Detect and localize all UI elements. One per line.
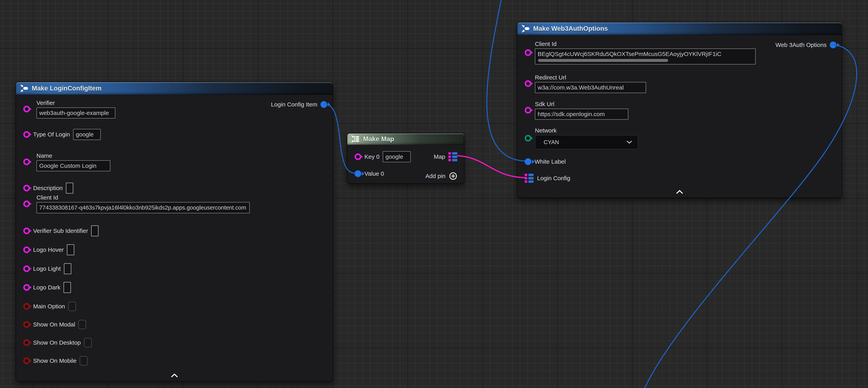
row-show-on-modal: Show On Modal xyxy=(23,319,86,330)
pin-logo-hover[interactable] xyxy=(23,246,30,253)
node-title: Make Web3AuthOptions xyxy=(533,25,608,32)
make-struct-icon xyxy=(20,84,29,93)
make-map-icon xyxy=(351,135,360,144)
key0-input[interactable]: google xyxy=(383,151,411,162)
pin-redirect-url[interactable] xyxy=(525,80,531,87)
row-output-map: Map xyxy=(434,151,458,162)
logo-hover-label: Logo Hover xyxy=(33,246,64,253)
redirect-url-input[interactable]: w3a://com.w3a.Web3AuthUnreal xyxy=(535,82,646,93)
white-label-label: White Label xyxy=(534,158,566,165)
row-network: Network CYAN xyxy=(525,127,638,149)
collapse-node-button[interactable] xyxy=(675,189,684,195)
sdk-url-input[interactable]: https://sdk.openlogin.com xyxy=(535,109,628,120)
main-option-checkbox[interactable] xyxy=(68,302,76,311)
blueprint-canvas[interactable]: { "colors":{ "canvas_bg":"#282828","grid… xyxy=(0,0,868,388)
network-label: Network xyxy=(535,127,638,134)
client-id-label: Client Id xyxy=(36,194,250,201)
row-white-label: White Label xyxy=(525,156,566,168)
value0-label: Value 0 xyxy=(365,170,384,177)
sdk-url-label: Sdk Url xyxy=(535,101,628,108)
node-make-map[interactable]: Make Map Key 0 google Value 0 Map Add pi… xyxy=(347,133,464,184)
collapse-node-button[interactable] xyxy=(170,373,179,379)
chevron-down-icon xyxy=(626,140,632,144)
show-on-modal-checkbox[interactable] xyxy=(78,320,86,329)
type-of-login-input[interactable]: google xyxy=(73,129,101,140)
row-sdk-url: Sdk Url https://sdk.openlogin.com xyxy=(525,101,628,120)
row-output-web3auth-options: Web 3Auth Options xyxy=(775,39,836,51)
description-label: Description xyxy=(33,185,63,191)
node-header-make-web3authoptions[interactable]: Make Web3AuthOptions xyxy=(517,23,842,35)
row-logo-dark: Logo Dark xyxy=(23,282,71,293)
pin-name[interactable] xyxy=(23,158,30,165)
pin-verifier[interactable] xyxy=(23,106,30,112)
pin-show-on-modal[interactable] xyxy=(23,321,30,328)
type-of-login-label: Type Of Login xyxy=(33,131,70,138)
row-description: Description xyxy=(23,182,73,194)
show-on-desktop-label: Show On Desktop xyxy=(33,339,81,346)
row-output-login-config-item: Login Config Item xyxy=(271,99,327,110)
pin-verifier-sub-identifier[interactable] xyxy=(23,228,30,234)
show-on-desktop-checkbox[interactable] xyxy=(84,338,92,348)
row-login-config: Login Config xyxy=(525,173,570,184)
row-logo-light: Logo Light xyxy=(23,263,71,274)
pin-main-option[interactable] xyxy=(23,303,30,310)
row-verifier-sub-identifier: Verifier Sub Identifier xyxy=(23,225,98,237)
pin-key0[interactable] xyxy=(354,153,361,160)
show-on-mobile-checkbox[interactable] xyxy=(80,356,88,365)
node-make-web3authoptions[interactable]: Make Web3AuthOptions Client Id BEglQSgt4… xyxy=(517,22,842,198)
logo-dark-label: Logo Dark xyxy=(33,284,60,291)
show-on-modal-label: Show On Modal xyxy=(33,321,75,328)
row-add-pin: Add pin xyxy=(425,170,458,182)
w3a-client-id-value: BEglQSgt4cUWcj6SKRdu5QkOXTsePmMcusG5EAoy… xyxy=(538,51,721,57)
main-option-label: Main Option xyxy=(33,303,65,310)
pin-w3a-client-id[interactable] xyxy=(525,49,531,56)
pin-show-on-mobile[interactable] xyxy=(23,357,30,364)
row-show-on-mobile: Show On Mobile xyxy=(23,355,88,366)
node-header-make-map[interactable]: Make Map xyxy=(347,133,464,145)
logo-hover-input[interactable] xyxy=(67,244,74,255)
pin-logo-light[interactable] xyxy=(23,265,30,272)
add-pin-button[interactable] xyxy=(448,172,458,181)
pin-logo-dark[interactable] xyxy=(23,284,30,291)
w3a-client-id-input[interactable]: BEglQSgt4cUWcj6SKRdu5QkOXTsePmMcusG5EAoy… xyxy=(535,49,756,64)
row-w3a-client-id: Client Id BEglQSgt4cUWcj6SKRdu5QkOXTsePm… xyxy=(525,40,756,64)
key0-label: Key 0 xyxy=(365,153,380,160)
network-dropdown-value: CYAN xyxy=(544,139,626,146)
login-config-label: Login Config xyxy=(537,175,570,182)
verifier-sub-identifier-label: Verifier Sub Identifier xyxy=(33,228,88,234)
logo-light-label: Logo Light xyxy=(33,265,61,272)
horizontal-scrollbar[interactable] xyxy=(538,59,668,62)
row-verifier: Verifier web3auth-google-example xyxy=(23,99,115,118)
name-input[interactable]: Google Custom Login xyxy=(36,160,111,171)
pin-network[interactable] xyxy=(525,135,531,142)
logo-light-input[interactable] xyxy=(64,263,71,274)
network-dropdown[interactable]: CYAN xyxy=(535,135,638,149)
verifier-input[interactable]: web3auth-google-example xyxy=(36,108,115,118)
pin-value0[interactable] xyxy=(354,170,361,177)
chevron-up-icon xyxy=(675,189,684,195)
pin-type-of-login[interactable] xyxy=(23,131,30,138)
pin-white-label[interactable] xyxy=(525,158,531,165)
login-config-item-output-label: Login Config Item xyxy=(271,101,317,108)
row-name: Name Google Custom Login xyxy=(23,152,111,171)
row-key0: Key 0 google xyxy=(354,151,411,162)
pin-login-config[interactable] xyxy=(525,174,534,183)
pin-map-output[interactable] xyxy=(448,152,458,161)
verifier-sub-identifier-input[interactable] xyxy=(91,225,98,236)
chevron-up-icon xyxy=(170,373,179,378)
node-title: Make LoginConfigItem xyxy=(32,85,101,92)
pin-description[interactable] xyxy=(23,185,30,191)
make-struct-icon xyxy=(521,24,530,33)
w3a-client-id-label: Client Id xyxy=(535,40,756,47)
node-header-make-loginconfigitem[interactable]: Make LoginConfigItem xyxy=(16,82,333,95)
pin-client-id[interactable] xyxy=(23,201,30,207)
node-title: Make Map xyxy=(363,135,394,143)
description-input[interactable] xyxy=(66,183,73,193)
verifier-label: Verifier xyxy=(36,99,115,106)
logo-dark-input[interactable] xyxy=(63,282,71,293)
pin-show-on-desktop[interactable] xyxy=(23,339,30,346)
client-id-input[interactable]: 774338308167-q463s7kpvja16l4l0kko3nb925i… xyxy=(36,202,250,213)
node-make-loginconfigitem[interactable]: Make LoginConfigItem Verifier web3auth-g… xyxy=(16,82,333,382)
show-on-mobile-label: Show On Mobile xyxy=(33,357,76,364)
pin-sdk-url[interactable] xyxy=(525,107,531,114)
